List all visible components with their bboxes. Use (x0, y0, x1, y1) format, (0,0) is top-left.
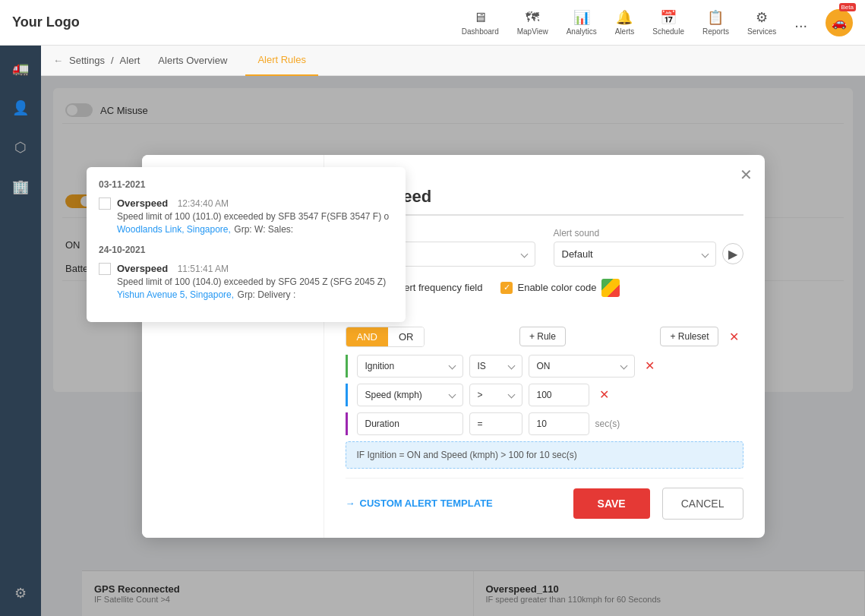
play-sound-button[interactable]: ▶ (722, 243, 743, 264)
nav-schedule[interactable]: 📅 Schedule (652, 9, 684, 36)
nav-icons: 🖥 Dashboard 🗺 MapView 📊 Analytics 🔔 Aler… (462, 9, 853, 36)
nav-dashboard[interactable]: 🖥 Dashboard (462, 10, 499, 36)
alert-sound-row: Default ▶ (554, 242, 743, 267)
popup-date-2: 24-10-2021 (99, 245, 393, 255)
popup-alert-location-1[interactable]: Woodlands Link, Singapore, (117, 224, 231, 235)
cancel-button[interactable]: CANCEL (662, 488, 743, 520)
beta-badge: Beta (839, 3, 856, 11)
popup-alert-desc-2: Speed limit of 100 (104.0) exceeded by S… (117, 276, 386, 287)
popup-alert-group-1: Grp: W: Sales: (234, 224, 293, 235)
dispatch-icon: 🚗 (832, 16, 847, 29)
schedule-icon: 📅 (660, 9, 677, 26)
rule-row-ignition: Ignition IS ON ✕ (346, 355, 743, 377)
tab-alert-rules[interactable]: Alert Rules (245, 46, 318, 76)
app-body: 🚛 👤 ⬡ 🏢 ⚙ ← Settings / Alert Alerts Over… (0, 46, 865, 616)
sidebar-item-truck[interactable]: 🚛 (7, 55, 34, 82)
or-tab[interactable]: OR (388, 327, 425, 346)
rule1-field-select[interactable]: Ignition (357, 355, 463, 377)
sidebar-item-hex[interactable]: ⬡ (7, 134, 34, 161)
add-rule-button[interactable]: + Rule (519, 327, 566, 346)
top-nav: Your Logo 🖥 Dashboard 🗺 MapView 📊 Analyt… (0, 0, 865, 46)
reports-icon: 📋 (707, 9, 724, 26)
chevron-down-icon (520, 250, 528, 257)
enable-color-code-checkbox[interactable]: ✓ Enable color code (500, 279, 619, 297)
chevron-down-icon (507, 362, 515, 370)
rule-formula: IF Ignition = ON and Speed (kmph) > 100 … (346, 441, 743, 469)
alert-history-popup: 03-11-2021 Overspeed 12:34:40 AM Speed l… (87, 167, 406, 322)
rule2-operator-select[interactable]: > (469, 384, 522, 406)
popup-checkbox-2[interactable] (99, 263, 111, 275)
custom-alert-template-link[interactable]: → CUSTOM ALERT TEMPLATE (346, 498, 493, 509)
rule1-value-select[interactable]: ON (529, 355, 635, 377)
popup-alert-row: Overspeed 12:34:40 AM Speed limit of 100… (99, 196, 393, 235)
popup-alert-time-1: 12:34:40 AM (178, 198, 229, 209)
chevron-down-icon (701, 250, 709, 257)
alert-sound-group: Alert sound Default ▶ (554, 228, 743, 267)
breadcrumb-alert: Alert (120, 55, 140, 66)
rule3-unit: sec(s) (595, 419, 620, 429)
alerts-icon: 🔔 (616, 9, 633, 26)
popup-alert-name-2: Overspeed (117, 263, 168, 274)
chevron-down-icon (620, 362, 627, 370)
rule3-operator-select[interactable]: = (469, 412, 522, 435)
popup-alert-group-2: Grp: Delivery : (238, 289, 296, 300)
logo: Your Logo (12, 14, 80, 30)
chevron-down-icon (507, 391, 515, 399)
left-sidebar: 🚛 👤 ⬡ 🏢 ⚙ (0, 46, 41, 616)
back-button[interactable]: ← (53, 55, 63, 66)
rule-row-speed: Speed (kmph) > ✕ (346, 384, 743, 406)
modal-close-button[interactable]: ✕ (740, 166, 753, 184)
rule1-operator-select[interactable]: IS (469, 355, 522, 377)
delete-ruleset-button[interactable]: ✕ (725, 327, 743, 346)
modal-overlay: 03-11-2021 Overspeed 12:34:40 AM Speed l… (41, 76, 865, 616)
and-or-tabs: AND OR (346, 327, 425, 347)
sidebar-item-settings[interactable]: ⚙ (7, 580, 34, 607)
popup-checkbox-1[interactable] (99, 197, 111, 210)
content-area: AC Misuse AC On If AC is On ON Battery D… (41, 76, 865, 616)
checkbox-checked-icon-2: ✓ (500, 282, 513, 294)
enable-color-code-label: Enable color code (517, 282, 596, 293)
delete-rule1-button[interactable]: ✕ (641, 357, 659, 375)
dispatch-button[interactable]: 🚗 Beta (826, 9, 853, 36)
add-ruleset-button[interactable]: + Ruleset (660, 327, 718, 346)
delete-rule2-button[interactable]: ✕ (595, 386, 614, 404)
alert-sound-label: Alert sound (554, 228, 743, 239)
popup-alert-name-1: Overspeed (117, 197, 168, 209)
mapview-icon: 🗺 (526, 10, 539, 26)
nav-mapview[interactable]: 🗺 MapView (517, 10, 548, 36)
nav-alerts[interactable]: 🔔 Alerts (615, 9, 635, 36)
services-icon: ⚙ (756, 9, 768, 26)
nav-services[interactable]: ⚙ Services (747, 9, 776, 36)
modal-footer: → CUSTOM ALERT TEMPLATE SAVE CANCEL (346, 478, 743, 520)
breadcrumb: ← Settings / Alert Alerts Overview Alert… (41, 46, 865, 76)
breadcrumb-settings: Settings (69, 55, 105, 66)
popup-alert-time-2: 11:51:41 AM (178, 264, 229, 274)
breadcrumb-separator: / (111, 55, 114, 66)
dashboard-icon: 🖥 (473, 10, 487, 26)
custom-template-label: CUSTOM ALERT TEMPLATE (360, 498, 493, 509)
and-tab[interactable]: AND (346, 327, 388, 346)
nav-reports[interactable]: 📋 Reports (702, 9, 729, 36)
rules-header: AND OR + Rule + Ruleset ✕ (346, 327, 743, 347)
nav-analytics[interactable]: 📊 Analytics (567, 9, 597, 36)
more-options-button[interactable]: ... (794, 14, 807, 31)
chevron-down-icon (448, 391, 456, 399)
popup-date-1: 03-11-2021 (99, 179, 393, 190)
popup-alert-desc-1: Speed limit of 100 (101.0) exceeded by S… (117, 211, 389, 222)
sidebar-item-user[interactable]: 👤 (7, 94, 34, 122)
rule2-field-select[interactable]: Speed (kmph) (357, 384, 463, 406)
rule2-value-input[interactable] (529, 384, 589, 406)
color-code-preview (601, 279, 620, 297)
sidebar-item-building[interactable]: 🏢 (7, 173, 34, 201)
rule-row-duration: Duration = sec(s) (346, 412, 743, 435)
save-button[interactable]: SAVE (573, 488, 650, 519)
rule3-field-select[interactable]: Duration (357, 412, 463, 435)
popup-alert-row-2: Overspeed 11:51:41 AM Speed limit of 100… (99, 261, 393, 301)
main-content: ← Settings / Alert Alerts Overview Alert… (41, 46, 865, 616)
alert-sound-select[interactable]: Default (554, 242, 716, 267)
tab-alerts-overview[interactable]: Alerts Overview (146, 46, 239, 76)
popup-alert-location-2[interactable]: Yishun Avenue 5, Singapore, (117, 289, 234, 300)
analytics-icon: 📊 (573, 9, 590, 26)
chevron-down-icon (448, 362, 456, 370)
rule3-value-input[interactable] (529, 412, 589, 435)
